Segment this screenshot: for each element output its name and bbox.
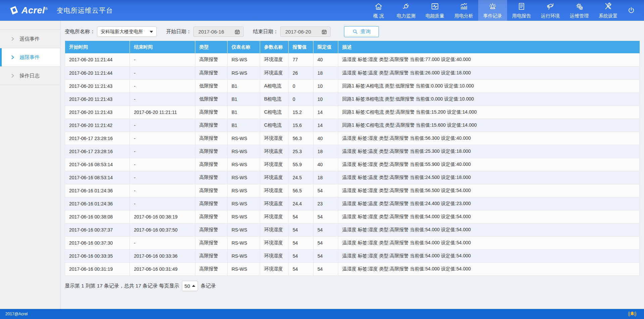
table-cell: RS-WS	[228, 158, 260, 171]
nav-item-analysis[interactable]: 用电分析	[449, 0, 478, 21]
chevron-right-icon	[11, 73, 15, 79]
camera-icon	[546, 2, 555, 12]
table-cell: 温湿度 标签:湿度 类型:高限报警 当前值:56.500 设定值:54.000	[338, 184, 640, 197]
table-cell: -	[130, 184, 195, 197]
column-header: 结束时间	[130, 41, 195, 53]
table-cell: 2017-06-20 11:21:11	[130, 106, 195, 119]
main-content: 变电所名称： 安科瑞新大楼变电所 开始日期： 2017-06-16 结束日期： …	[60, 21, 644, 309]
nav-item-home[interactable]: 概 况	[365, 0, 392, 21]
notification-bell-button[interactable]	[628, 310, 637, 318]
table-cell: 2017-06-16 01:24:36	[65, 184, 130, 197]
table-cell: 低限报警	[195, 79, 228, 92]
table-row: 2017-06-16 01:24:36-高限报警RS-WS环境温度24.423温…	[65, 197, 640, 210]
table-cell: 2017-06-16 00:31:19	[65, 262, 130, 275]
sidebar-item-label: 遥信事件	[19, 36, 40, 42]
sidebar-item[interactable]: 越限事件	[0, 48, 60, 67]
table-row: 2017-06-16 00:31:192017-06-16 00:31:49高限…	[65, 262, 640, 275]
search-button[interactable]: 查询	[344, 26, 379, 37]
table-row: 2017-06-16 08:53:14-高限报警RS-WS环境湿度55.940温…	[65, 158, 640, 171]
table-cell: 回路1 标签:C相电流 类型:高限报警 当前值:15.600 设定值:14.00…	[338, 119, 640, 132]
table-row: 2017-06-16 00:37:372017-06-16 00:37:50高限…	[65, 223, 640, 236]
table-cell: RS-WS	[228, 236, 260, 249]
table-cell: 54	[313, 262, 338, 275]
table-cell: 环境温度	[260, 197, 289, 210]
table-cell: 40	[313, 132, 338, 145]
table-cell: 温湿度 标签:温度 类型:高限报警 当前值:25.300 设定值:18.000	[338, 145, 640, 158]
table-cell: RS-WS	[228, 197, 260, 210]
table-cell: 54	[289, 223, 313, 236]
table-cell: 18	[313, 171, 338, 184]
table-cell: 26	[289, 66, 313, 79]
table-cell: 54	[289, 262, 313, 275]
table-cell: -	[130, 197, 195, 210]
table-cell: 温湿度 标签:湿度 类型:高限报警 当前值:54.000 设定值:54.000	[338, 223, 640, 236]
table-cell: 环境湿度	[260, 158, 289, 171]
table-cell: 10	[313, 92, 338, 106]
end-date-label: 结束日期：	[253, 28, 278, 35]
nav-item-alarm[interactable]: 事件记录	[478, 0, 507, 21]
search-button-label: 查询	[361, 28, 371, 35]
power-icon[interactable]	[627, 6, 635, 14]
nav-item-report[interactable]: 用电报告	[507, 0, 536, 21]
table-cell: 高限报警	[195, 158, 228, 171]
table-cell: 40	[313, 158, 338, 171]
table-cell: 环境湿度	[260, 262, 289, 275]
table-cell: 24.4	[289, 197, 313, 210]
logo: Acrel® 变电所运维云平台	[0, 0, 113, 21]
nav-item-label: 用电报告	[512, 13, 531, 19]
nav-item-label: 用电分析	[454, 13, 473, 19]
table-cell: RS-WS	[228, 66, 260, 79]
end-date-input[interactable]: 2017-06-20	[280, 26, 331, 37]
table-cell: C相电流	[260, 106, 289, 119]
station-select-value: 安科瑞新大楼变电所	[101, 29, 143, 35]
table-cell: 2017-06-17 23:28:16	[65, 145, 130, 158]
acrel-logo-icon	[9, 5, 19, 15]
table-cell: 高限报警	[195, 249, 228, 262]
column-header: 开始时间	[65, 41, 130, 53]
table-cell: 2017-06-17 23:28:16	[65, 132, 130, 145]
table-cell: 2017-06-20 11:21:43	[65, 106, 130, 119]
table-cell: -	[130, 132, 195, 145]
table-cell: 54	[313, 210, 338, 223]
table-cell: 15.6	[289, 119, 313, 132]
page-size-value: 50	[185, 283, 190, 289]
nav-item-label: 电能质量	[426, 13, 444, 19]
sidebar-item[interactable]: 遥信事件	[0, 30, 60, 48]
table-cell: 环境湿度	[260, 53, 289, 66]
table-cell: 环境湿度	[260, 249, 289, 262]
tools-icon	[604, 2, 612, 12]
table-cell: 2017-06-20 11:21:42	[65, 119, 130, 132]
station-select[interactable]: 安科瑞新大楼变电所	[97, 26, 157, 37]
nav-item-quality[interactable]: 电能质量	[420, 0, 449, 21]
table-cell: 高限报警	[195, 171, 228, 184]
table-cell: 18	[313, 66, 338, 79]
page-size-select[interactable]: 50	[182, 281, 198, 291]
table-cell: RS-WS	[228, 249, 260, 262]
nav-item-plug[interactable]: 电力监测	[392, 0, 420, 21]
table-row: 2017-06-20 11:21:42-高限报警B1C相电流15.614回路1 …	[65, 119, 640, 132]
gear-icon	[575, 2, 584, 12]
start-date-input[interactable]: 2017-06-16	[193, 26, 244, 37]
nav-item-label: 概 况	[373, 13, 384, 19]
table-cell: 环境湿度	[260, 184, 289, 197]
analysis-icon	[459, 2, 468, 12]
table-cell: A相电流	[260, 79, 289, 92]
table-row: 2017-06-20 11:21:43-低限报警B1B相电流010回路1 标签:…	[65, 92, 640, 106]
table-cell: 高限报警	[195, 66, 228, 79]
table-cell: B相电流	[260, 92, 289, 106]
nav-item-tools[interactable]: 系统设置	[594, 0, 623, 21]
chevron-down-icon	[150, 31, 153, 33]
app-footer: 2017@Acrel	[0, 309, 644, 319]
sidebar-item[interactable]: 操作日志	[0, 67, 60, 85]
chevron-up-icon	[192, 285, 195, 287]
table-cell: 2017-06-16 00:31:49	[130, 262, 195, 275]
table-row: 2017-06-20 11:21:44-高限报警RS-WS环境湿度7740温湿度…	[65, 53, 640, 66]
nav-item-label: 电力监测	[397, 13, 415, 19]
nav-item-camera[interactable]: 运行环境	[536, 0, 565, 21]
nav-item-gear[interactable]: 运维管理	[565, 0, 594, 21]
table-cell: 2017-06-16 00:33:35	[65, 249, 130, 262]
table-cell: 55.9	[289, 158, 313, 171]
table-cell: 回路1 标签:C相电流 类型:高限报警 当前值:15.200 设定值:14.00…	[338, 106, 640, 119]
end-date-value: 2017-06-20	[285, 29, 311, 35]
table-cell: 56.5	[289, 184, 313, 197]
